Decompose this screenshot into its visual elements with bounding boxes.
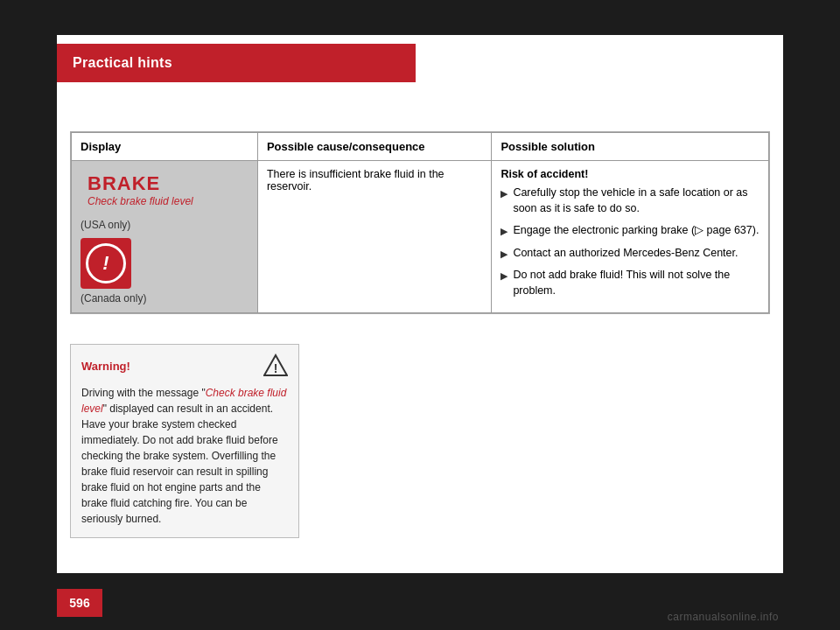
canada-brake-icon: ! <box>86 243 126 284</box>
bullet-arrow-icon: ▶ <box>500 248 508 261</box>
solution-item-1: Carefully stop the vehicle in a safe loc… <box>513 186 760 216</box>
warning-title: Warning! <box>81 360 130 373</box>
warning-header: Warning! ! <box>81 354 288 378</box>
cause-cell: There is insufficient brake fluid in the… <box>257 161 491 313</box>
warning-text-before: Driving with the message " <box>81 387 206 399</box>
page-number: 596 <box>69 596 89 610</box>
check-brake-label: Check brake fluid level <box>88 195 193 207</box>
brake-icon-box: BRAKE Check brake fluid level <box>80 168 200 212</box>
exclamation-icon: ! <box>102 254 108 273</box>
usa-label: (USA only) <box>80 219 248 231</box>
list-item: ▶ Engage the electronic parking brake (▷… <box>500 223 760 239</box>
brake-text: BRAKE <box>88 172 193 195</box>
main-table: Display Possible cause/consequence Possi… <box>70 131 770 314</box>
list-item: ▶ Do not add brake fluid! This will not … <box>500 268 760 298</box>
col-header-cause: Possible cause/consequence <box>257 133 491 161</box>
header-banner: Practical hints <box>57 44 416 82</box>
watermark: carmanualsonline.info <box>668 611 779 623</box>
bullet-arrow-icon: ▶ <box>500 187 508 200</box>
col-header-solution: Possible solution <box>492 133 769 161</box>
list-item: ▶ Carefully stop the vehicle in a safe l… <box>500 186 760 216</box>
canada-label: (Canada only) <box>80 292 146 304</box>
solution-cell: Risk of accident! ▶ Carefully stop the v… <box>492 161 769 313</box>
solution-item-3: Contact an authorized Mercedes-Benz Cent… <box>513 246 738 262</box>
page-number-box: 596 <box>57 589 102 617</box>
warning-box: Warning! ! Driving with the message "Che… <box>70 344 299 538</box>
solution-item-2: Engage the electronic parking brake (▷ p… <box>513 223 759 239</box>
svg-text:!: ! <box>274 361 278 375</box>
bullet-arrow-icon: ▶ <box>500 225 508 238</box>
brake-warning-display: BRAKE Check brake fluid level (USA only)… <box>80 168 248 304</box>
warning-text: Driving with the message "Check brake fl… <box>81 385 288 527</box>
page-title: Practical hints <box>73 55 172 71</box>
warning-text-after: " displayed can result in an accident. H… <box>81 402 278 525</box>
cause-text: There is insufficient brake fluid in the… <box>267 168 444 192</box>
risk-label: Risk of accident! <box>500 168 760 180</box>
bullet-arrow-icon: ▶ <box>500 270 508 283</box>
canada-icon-box: ! <box>80 238 131 289</box>
table-row: BRAKE Check brake fluid level (USA only)… <box>72 161 769 313</box>
col-header-display: Display <box>72 133 258 161</box>
solution-list: ▶ Carefully stop the vehicle in a safe l… <box>500 186 760 298</box>
solution-item-4: Do not add brake fluid! This will not so… <box>513 268 760 298</box>
warning-triangle-icon: ! <box>263 354 288 378</box>
list-item: ▶ Contact an authorized Mercedes-Benz Ce… <box>500 246 760 262</box>
display-cell: BRAKE Check brake fluid level (USA only)… <box>72 161 258 313</box>
